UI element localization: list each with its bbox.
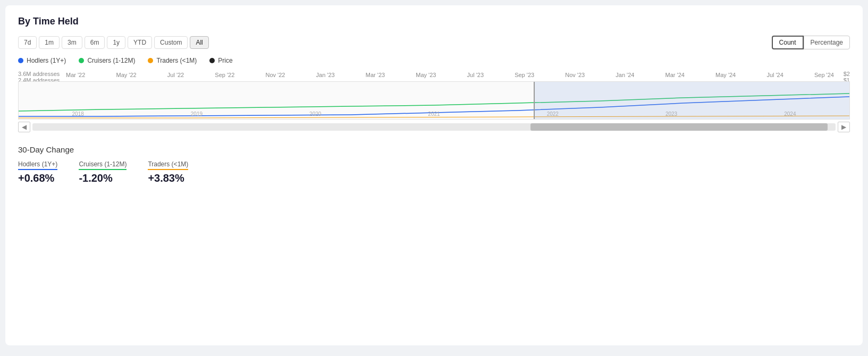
x-label-4: Nov '22 <box>265 72 285 78</box>
scroll-thumb[interactable] <box>530 123 828 131</box>
x-label-10: Nov '23 <box>565 72 585 78</box>
x-label-0: Mar '22 <box>66 72 85 78</box>
changes-title: 30-Day Change <box>18 145 850 154</box>
traders-dot <box>148 58 153 63</box>
time-btn-6m[interactable]: 6m <box>85 36 105 49</box>
price-dot <box>209 58 215 63</box>
cruisers-dot <box>79 58 84 63</box>
time-btn-3m[interactable]: 3m <box>62 36 82 49</box>
time-btn-1y[interactable]: 1y <box>107 36 125 49</box>
x-label-6: Mar '23 <box>366 72 385 78</box>
view-toggle: Count Percentage <box>772 36 850 49</box>
change-hodlers: Hodlers (1Y+) +0.68% <box>18 160 57 184</box>
legend-hodlers: Hodlers (1Y+) <box>18 57 66 64</box>
page-title: By Time Held <box>18 16 850 27</box>
x-label-11: Jan '24 <box>616 72 634 78</box>
change-hodlers-label: Hodlers (1Y+) <box>18 160 57 170</box>
view-btn-count[interactable]: Count <box>772 36 804 49</box>
x-label-1: May '22 <box>116 72 136 78</box>
y-right-0: $2 <box>844 71 850 77</box>
changes-section: 30-Day Change Hodlers (1Y+) +0.68% Cruis… <box>18 145 850 184</box>
y-axis-left: 3.6M addresses 2.4M addresses 1.2M addre… <box>18 70 60 72</box>
x-axis: Mar '22 May '22 Jul '22 Sep '22 Nov '22 … <box>18 70 850 80</box>
x-label-3: Sep '22 <box>215 72 234 78</box>
traders-label: Traders (<1M) <box>156 57 197 64</box>
scroll-track[interactable] <box>32 123 836 131</box>
x-label-12: Mar '24 <box>665 72 685 78</box>
change-traders-value: +3.83% <box>148 172 188 184</box>
x-label-9: Sep '23 <box>515 72 534 78</box>
changes-row: Hodlers (1Y+) +0.68% Cruisers (1-12M) -1… <box>18 160 850 184</box>
mini-selection[interactable] <box>534 82 849 119</box>
x-label-5: Jan '23 <box>316 72 335 78</box>
price-label: Price <box>218 57 232 64</box>
time-btn-ytd[interactable]: YTD <box>128 36 152 49</box>
change-traders: Traders (<1M) +3.83% <box>148 160 188 184</box>
legend-price: Price <box>209 57 232 64</box>
x-label-8: Jul '23 <box>467 72 484 78</box>
mini-chart[interactable]: 2018 2019 2020 2021 2022 2023 2024 <box>18 81 850 120</box>
main-card: By Time Held 7d 1m 3m 6m 1y YTD Custom A… <box>5 5 863 345</box>
change-cruisers: Cruisers (1-12M) -1.20% <box>79 160 127 184</box>
x-label-2: Jul '22 <box>167 72 184 78</box>
legend-traders: Traders (<1M) <box>148 57 197 64</box>
hodlers-label: Hodlers (1Y+) <box>27 57 66 64</box>
scroll-bar: ◀ ▶ <box>18 120 850 134</box>
time-filter-group: 7d 1m 3m 6m 1y YTD Custom All <box>18 36 209 49</box>
cruisers-label: Cruisers (1-12M) <box>87 57 135 64</box>
time-btn-1m[interactable]: 1m <box>39 36 60 49</box>
legend-cruisers: Cruisers (1-12M) <box>79 57 135 64</box>
y-axis-right: $2 $1 $0 <box>844 70 850 72</box>
scroll-left-btn[interactable]: ◀ <box>18 122 30 132</box>
time-btn-custom[interactable]: Custom <box>154 36 188 49</box>
scroll-right-btn[interactable]: ▶ <box>838 122 850 132</box>
x-label-7: May '23 <box>416 72 436 78</box>
hodlers-dot <box>18 58 23 63</box>
toolbar: 7d 1m 3m 6m 1y YTD Custom All Count Perc… <box>18 36 850 49</box>
change-hodlers-value: +0.68% <box>18 172 57 184</box>
x-label-13: May '24 <box>715 72 736 78</box>
change-cruisers-label: Cruisers (1-12M) <box>79 160 127 170</box>
time-btn-7d[interactable]: 7d <box>18 36 37 49</box>
change-traders-label: Traders (<1M) <box>148 160 188 170</box>
view-btn-percentage[interactable]: Percentage <box>804 36 850 49</box>
y-label-0: 3.6M addresses <box>18 71 60 77</box>
chart-legend: Hodlers (1Y+) Cruisers (1-12M) Traders (… <box>18 57 850 64</box>
time-btn-all[interactable]: All <box>190 36 208 49</box>
x-label-15: Sep '24 <box>814 72 834 78</box>
change-cruisers-value: -1.20% <box>79 172 127 184</box>
x-label-14: Jul '24 <box>766 72 783 78</box>
